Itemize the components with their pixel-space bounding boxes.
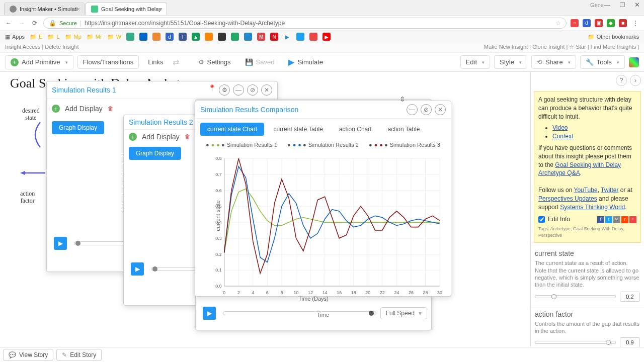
reload-icon[interactable]: ⟳ — [30, 19, 39, 28]
bookmark-icon[interactable]: ▶ — [323, 33, 331, 41]
bookmark-icon[interactable]: f — [179, 33, 187, 41]
tab-table[interactable]: current state Table — [266, 123, 330, 136]
pin-icon[interactable]: 📍 — [208, 84, 216, 96]
add-display-button[interactable]: Add Display — [142, 133, 180, 141]
browser-tab-2[interactable]: Goal Seeking with Delay × — [86, 3, 167, 15]
bookmark-icon[interactable] — [126, 33, 134, 41]
perspectives-link[interactable]: Perspectives Updates — [538, 195, 597, 202]
bookmark-icon[interactable] — [296, 33, 304, 41]
trash-icon[interactable]: 🗑 — [185, 133, 191, 140]
insight-access-link[interactable]: Insight Access — [5, 44, 40, 50]
bookmark-icon[interactable] — [309, 33, 317, 41]
current-state-value[interactable]: 0.2 — [620, 292, 640, 302]
make-new-link[interactable]: Make New Insight — [484, 44, 528, 50]
bookmark-folder[interactable]: 📁 Mr — [87, 34, 102, 40]
tab-action-chart[interactable]: action Chart — [332, 123, 379, 136]
ext-icon[interactable]: d — [583, 19, 591, 27]
add-display-button[interactable]: Add Display — [65, 105, 103, 113]
current-state-slider[interactable] — [535, 295, 616, 298]
tab-chart[interactable]: current state Chart — [200, 123, 264, 136]
stw-link[interactable]: Systems Thinking World — [560, 204, 625, 211]
minimize-icon[interactable]: — — [604, 1, 610, 9]
plus-icon[interactable]: + — [629, 216, 636, 223]
youtube-link[interactable]: YouTube — [574, 187, 597, 194]
star-icon[interactable]: ☆ — [555, 20, 561, 27]
close-icon[interactable]: ✕ — [634, 1, 640, 9]
simulate-button[interactable]: ▶ Simulate — [283, 55, 328, 69]
bookmark-folder[interactable]: 📁 Mp — [65, 34, 82, 40]
delete-insight-link[interactable]: Delete Insight — [45, 44, 78, 50]
links-button[interactable]: Links — [143, 56, 168, 68]
back-icon[interactable]: ← — [4, 19, 13, 28]
collapse-icon[interactable]: › — [630, 75, 641, 86]
action-factor-value[interactable]: 0.9 — [620, 337, 640, 347]
lock-icon: 🔒 — [49, 20, 56, 27]
video-link[interactable]: Video — [552, 124, 568, 131]
ext-icon[interactable]: ■ — [619, 19, 627, 27]
find-more-link[interactable]: Find More Insights — [591, 44, 636, 50]
ext-icon[interactable]: ◆ — [607, 19, 615, 27]
tab-close-icon[interactable]: × — [77, 6, 80, 12]
ext-icon[interactable]: ○ — [571, 19, 579, 27]
minimize-icon[interactable]: — — [407, 104, 418, 115]
bookmark-icon[interactable] — [152, 33, 160, 41]
forward-icon[interactable]: → — [17, 19, 26, 28]
address-bar[interactable]: 🔒 Secure | https://insightmaker.com/insi… — [43, 18, 567, 29]
tools-button[interactable]: 🔧Tools▾ — [580, 55, 625, 69]
bookmark-icon[interactable] — [218, 33, 226, 41]
bookmark-folder[interactable]: 📁 E — [30, 34, 42, 40]
tab-action-table[interactable]: action Table — [381, 123, 427, 136]
action-factor-slider[interactable] — [535, 341, 616, 344]
bookmark-icon[interactable] — [244, 33, 252, 41]
trash-icon[interactable]: 🗑 — [108, 105, 114, 112]
bookmark-icon[interactable]: M — [257, 33, 265, 41]
style-button[interactable]: Style▾ — [494, 55, 527, 69]
facebook-icon[interactable]: f — [597, 216, 604, 223]
apps-button[interactable]: ▦ Apps — [5, 34, 25, 40]
remove-icon[interactable]: ⊘ — [247, 84, 258, 96]
play-button[interactable]: ▶ — [54, 237, 67, 250]
gear-icon[interactable]: ⚙ — [219, 84, 230, 96]
twitter-icon[interactable]: t — [605, 216, 612, 223]
reverse-icon[interactable]: ⇄ — [173, 57, 179, 67]
other-bookmarks[interactable]: 📁 Other bookmarks — [588, 34, 639, 40]
edit-button[interactable]: Edit▾ — [460, 55, 490, 69]
bookmark-icon[interactable]: ▶ — [283, 33, 291, 41]
maximize-icon[interactable]: ☐ — [619, 1, 625, 9]
close-icon[interactable]: ✕ — [261, 84, 272, 96]
ext-icon[interactable]: ▣ — [595, 19, 603, 27]
play-button[interactable]: ▶ — [131, 262, 144, 276]
logo-icon[interactable] — [629, 57, 639, 67]
graph-display-button[interactable]: Graph Display — [129, 147, 181, 160]
bookmark-icon[interactable] — [139, 33, 147, 41]
settings-button[interactable]: ⚙ Settings — [193, 56, 236, 68]
remove-icon[interactable]: ⊘ — [421, 104, 432, 115]
star-link[interactable]: ☆ Star — [569, 44, 586, 50]
bookmark-icon[interactable]: N — [270, 33, 278, 41]
bookmark-folder[interactable]: 📁 L — [47, 34, 59, 40]
clone-link[interactable]: Clone Insight — [532, 44, 565, 50]
edit-story-button[interactable]: ✎Edit Story — [56, 349, 102, 361]
browser-tab-1[interactable]: Insight Maker • Simulati × — [4, 3, 85, 15]
menu-icon[interactable]: ⋮ — [631, 19, 640, 28]
close-icon[interactable]: ✕ — [435, 104, 446, 115]
reddit-icon[interactable]: r — [621, 216, 628, 223]
bookmark-icon[interactable] — [205, 33, 213, 41]
mail-icon[interactable]: ✉ — [613, 216, 620, 223]
edit-info-checkbox[interactable] — [538, 216, 545, 223]
tab-close-icon[interactable]: × — [159, 6, 162, 12]
svg-text:6: 6 — [266, 290, 269, 295]
help-icon[interactable]: ? — [616, 75, 627, 86]
view-story-button[interactable]: 💬View Story — [3, 349, 53, 361]
bookmark-icon[interactable]: d — [166, 33, 174, 41]
add-primitive-button[interactable]: + Add Primitive▾ — [5, 55, 73, 69]
share-button[interactable]: ⟲Share▾ — [531, 55, 576, 69]
bookmark-folder[interactable]: 📁 W — [107, 34, 121, 40]
twitter-link[interactable]: Twitter — [601, 187, 618, 194]
flows-button[interactable]: Flows/Transitions — [77, 55, 139, 69]
minimize-icon[interactable]: — — [233, 84, 244, 96]
bookmark-icon[interactable]: ▲ — [192, 33, 200, 41]
bookmark-icon[interactable] — [231, 33, 239, 41]
context-link[interactable]: Context — [552, 133, 573, 140]
graph-display-button[interactable]: Graph Display — [52, 121, 104, 134]
